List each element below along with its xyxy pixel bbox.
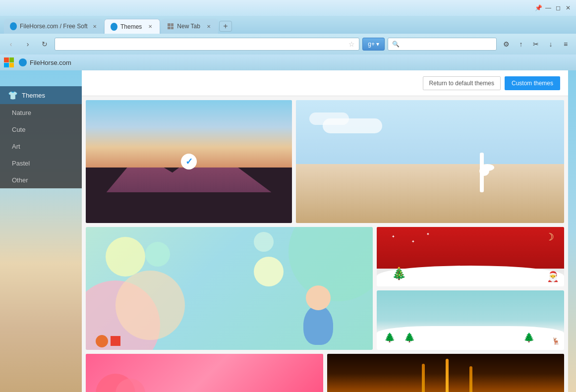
winter-tree-3: 🌲	[523, 332, 534, 343]
star-icon-1: ✦	[392, 234, 395, 239]
sidebar-header	[0, 70, 82, 86]
minimize-button[interactable]: —	[544, 4, 552, 12]
tab-close-themes[interactable]: ✕	[147, 23, 154, 30]
tab-label-filehorse: FileHorse.com / Free Soft	[20, 23, 88, 30]
tab-bar: FileHorse.com / Free Soft ✕ Themes ✕ New…	[0, 16, 576, 34]
main-area: 👕 Themes Nature Cute Art Pastel Other	[0, 70, 576, 392]
tab-favicon-newtab	[167, 23, 174, 30]
tab-filehorse[interactable]: FileHorse.com / Free Soft ✕	[4, 19, 103, 34]
sidebar-item-art[interactable]: Art	[0, 138, 82, 155]
theme-pink[interactable]	[86, 354, 323, 392]
search-icon: 🔍	[392, 41, 400, 48]
custom-themes-button[interactable]: Custom themes	[505, 76, 560, 90]
forward-button[interactable]: ›	[21, 37, 35, 51]
winter-tree-2: 🌲	[404, 332, 415, 343]
address-input-wrap: ☆	[55, 38, 359, 51]
theme-col-right: ☽ ✦ ✦ ✦ 🎄 🎅 🌲 🌲 🌲	[377, 227, 564, 350]
sidebar-pastel-label: Pastel	[12, 160, 30, 167]
pin-button[interactable]: 📌	[534, 4, 542, 12]
star-icon-2: ✦	[411, 239, 415, 244]
tab-label-themes: Themes	[120, 23, 142, 30]
tab-close-newtab[interactable]: ✕	[205, 23, 212, 30]
title-bar-controls: 📌 — ◻ ✕	[534, 4, 572, 12]
theme-beach[interactable]	[296, 100, 564, 223]
sidebar-themes-label: Themes	[22, 92, 45, 99]
sidebar-cute-label: Cute	[12, 126, 25, 133]
theme-christmas[interactable]: ☽ ✦ ✦ ✦ 🎄 🎅	[377, 227, 564, 286]
browser-window: 📌 — ◻ ✕ FileHorse.com / Free Soft ✕ Them…	[0, 0, 576, 392]
theme-row-2: ☽ ✦ ✦ ✦ 🎄 🎅 🌲 🌲 🌲	[86, 227, 564, 350]
maximize-button[interactable]: ◻	[554, 4, 562, 12]
themes-header: Return to default themes Custom themes	[82, 70, 568, 96]
filehorse-logo	[18, 57, 28, 67]
google-icon: g+	[368, 41, 375, 48]
address-bar: ‹ › ↻ ☆ g+ ▾ 🔍 ⚙ ↑ ✂ ↓ ≡	[0, 34, 576, 55]
theme-grid: ✓	[82, 96, 568, 392]
sleigh-icon: 🦌	[552, 337, 560, 345]
search-box[interactable]: 🔍	[388, 38, 497, 51]
title-bar: 📌 — ◻ ✕	[0, 0, 576, 16]
santa-icon: 🎅	[547, 271, 559, 282]
return-default-button[interactable]: Return to default themes	[423, 76, 501, 90]
tab-favicon-filehorse	[10, 23, 17, 30]
tab-favicon-themes	[111, 23, 117, 30]
google-account-button[interactable]: g+ ▾	[362, 38, 385, 51]
bookmarks-bar: FileHorse.com	[0, 55, 576, 70]
menu-button[interactable]: ≡	[559, 38, 572, 51]
google-dropdown-icon: ▾	[376, 41, 379, 48]
sidebar: 👕 Themes Nature Cute Art Pastel Other	[0, 70, 82, 392]
sidebar-item-other[interactable]: Other	[0, 171, 82, 188]
toolbar-icons: ⚙ ↑ ✂ ↓ ≡	[500, 38, 572, 51]
xmas-tree-icon: 🎄	[392, 267, 406, 280]
sidebar-item-nature[interactable]: Nature	[0, 104, 82, 121]
winter-tree-1: 🌲	[384, 332, 395, 343]
extensions-button[interactable]: ⚙	[500, 38, 513, 51]
sidebar-menu: 👕 Themes Nature Cute Art Pastel Other	[0, 86, 82, 188]
ms-icon	[4, 57, 14, 67]
bookmark-icon[interactable]: ☆	[348, 40, 355, 48]
checkmark-icon: ✓	[185, 156, 193, 167]
content-panel: Return to default themes Custom themes ✓	[82, 70, 568, 392]
sidebar-nature-label: Nature	[12, 109, 31, 116]
theme-bubbles[interactable]	[86, 227, 373, 350]
themes-icon: 👕	[8, 91, 18, 100]
star-icon-3: ✦	[426, 232, 430, 236]
download-button[interactable]: ↓	[544, 38, 557, 51]
close-button[interactable]: ✕	[564, 4, 572, 12]
sidebar-item-cute[interactable]: Cute	[0, 121, 82, 138]
upload-button[interactable]: ↑	[515, 38, 527, 51]
theme-selected-check: ✓	[181, 154, 197, 169]
tab-close-filehorse[interactable]: ✕	[93, 23, 97, 30]
sidebar-item-pastel[interactable]: Pastel	[0, 155, 82, 171]
theme-row-1: ✓	[86, 100, 564, 223]
brand-name: FileHorse.com	[30, 59, 71, 66]
back-button[interactable]: ‹	[4, 37, 18, 51]
theme-row-3	[86, 354, 564, 392]
new-tab-button[interactable]: +	[219, 21, 232, 32]
sidebar-other-label: Other	[12, 176, 28, 184]
tab-themes[interactable]: Themes ✕	[104, 19, 160, 34]
theme-winter[interactable]: 🌲 🌲 🌲 🦌	[377, 290, 564, 350]
theme-sunset[interactable]: ✓	[86, 100, 292, 223]
scissors-button[interactable]: ✂	[529, 38, 542, 51]
tab-label-newtab: New Tab	[177, 23, 200, 30]
theme-lantern[interactable]	[327, 354, 565, 392]
tab-newtab[interactable]: New Tab ✕	[161, 19, 218, 34]
sidebar-art-label: Art	[12, 143, 20, 150]
sidebar-item-themes[interactable]: 👕 Themes	[0, 86, 82, 104]
right-background	[568, 70, 576, 392]
refresh-button[interactable]: ↻	[38, 37, 52, 51]
moon-icon: ☽	[545, 231, 554, 243]
